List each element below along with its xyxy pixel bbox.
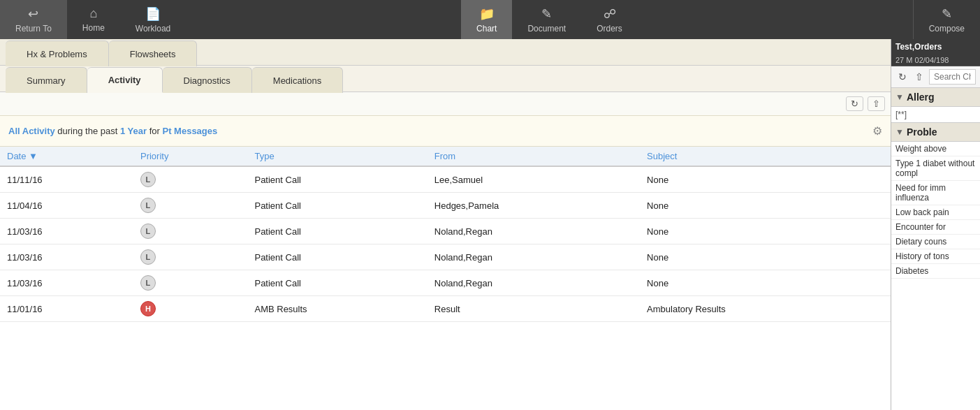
- problem-item[interactable]: Low back pain: [891, 205, 980, 220]
- tab-diagnostics[interactable]: Diagnostics: [163, 67, 252, 93]
- cell-date: 11/04/16: [0, 193, 133, 219]
- priority-badge: L: [140, 172, 156, 187]
- problem-item[interactable]: Need for imm influenza: [891, 181, 980, 205]
- col-priority[interactable]: Priority: [133, 147, 248, 166]
- col-from[interactable]: From: [427, 147, 640, 166]
- top-nav: ↩ Return To ⌂ Home 📄 Workload 📁 Chart ✎ …: [0, 0, 980, 39]
- orders-icon: ☍: [604, 6, 616, 22]
- cell-from: Noland,Regan: [427, 244, 640, 270]
- cell-type: AMB Results: [247, 296, 427, 322]
- filter-bar: All Activity during the past 1 Year for …: [0, 116, 891, 147]
- cell-subject: None: [640, 219, 891, 244]
- problem-item[interactable]: Diabetes: [891, 264, 980, 279]
- gear-icon[interactable]: ⚙: [872, 124, 882, 138]
- search-input[interactable]: [929, 69, 976, 85]
- cell-date: 11/03/16: [0, 270, 133, 296]
- tab-summary[interactable]: Summary: [6, 67, 87, 93]
- problems-list: Weight aboveType 1 diabet without complN…: [891, 142, 980, 279]
- nav-chart[interactable]: 📁 Chart: [461, 0, 512, 39]
- right-expand-icon[interactable]: ⇧: [912, 70, 926, 84]
- nav-home[interactable]: ⌂ Home: [67, 0, 120, 39]
- nav-document[interactable]: ✎ Document: [512, 0, 581, 39]
- chart-label: Chart: [476, 24, 497, 34]
- workload-icon: 📄: [145, 6, 161, 22]
- tab-flowsheets-label: Flowsheets: [130, 49, 176, 59]
- cell-priority: L: [133, 270, 248, 296]
- orders-label: Orders: [597, 24, 622, 34]
- filter-text: All Activity during the past 1 Year for …: [8, 126, 217, 136]
- cell-type: Patient Call: [247, 270, 427, 296]
- problem-item[interactable]: Type 1 diabet without compl: [891, 156, 980, 181]
- tab-activity-label: Activity: [108, 75, 141, 85]
- problem-item[interactable]: History of tons: [891, 249, 980, 264]
- col-subject[interactable]: Subject: [640, 147, 891, 166]
- chart-icon: 📁: [479, 6, 495, 22]
- problem-item[interactable]: Encounter for: [891, 220, 980, 235]
- table-row[interactable]: 11/03/16LPatient CallNoland,ReganNone: [0, 270, 891, 296]
- priority-badge: L: [140, 249, 156, 265]
- expand-button[interactable]: ⇧: [868, 96, 885, 111]
- toolbar-row: ↻ ⇧: [0, 92, 891, 116]
- table-row[interactable]: 11/01/16HAMB ResultsResultAmbulatory Res…: [0, 296, 891, 322]
- allergy-content: [**]: [891, 107, 980, 123]
- cell-type: Patient Call: [247, 244, 427, 270]
- problems-section-header[interactable]: ▼ Proble: [891, 123, 980, 142]
- tabs-row1: Hx & Problems Flowsheets: [0, 39, 891, 66]
- allergy-chevron: ▼: [895, 92, 904, 102]
- nav-return-to[interactable]: ↩ Return To: [0, 0, 67, 39]
- compose-icon: ✎: [942, 6, 952, 22]
- problem-item[interactable]: Dietary couns: [891, 235, 980, 249]
- table-row[interactable]: 11/11/16LPatient CallLee,SamuelNone: [0, 166, 891, 193]
- workload-label: Workload: [136, 24, 170, 34]
- tab-medications[interactable]: Medications: [252, 67, 343, 93]
- priority-badge: L: [140, 198, 156, 213]
- home-icon: ⌂: [89, 6, 97, 21]
- tab-hx-problems[interactable]: Hx & Problems: [6, 41, 109, 66]
- allergy-section-header[interactable]: ▼ Allerg: [891, 88, 980, 107]
- cell-from: Result: [427, 296, 640, 322]
- tab-summary-label: Summary: [27, 75, 66, 86]
- problem-item[interactable]: Weight above: [891, 142, 980, 156]
- return-to-label: Return To: [15, 24, 52, 34]
- page-wrapper: ↩ Return To ⌂ Home 📄 Workload 📁 Chart ✎ …: [0, 0, 980, 410]
- refresh-button[interactable]: ↻: [846, 96, 863, 111]
- return-to-icon: ↩: [28, 6, 38, 22]
- cell-priority: L: [133, 219, 248, 244]
- filter-for-label: for: [149, 126, 160, 136]
- cell-date: 11/11/16: [0, 166, 133, 193]
- patient-name-text: Test,Orders: [895, 42, 942, 52]
- problems-header-label: Proble: [907, 126, 937, 138]
- nav-compose[interactable]: ✎ Compose: [913, 0, 980, 39]
- cell-priority: L: [133, 166, 248, 193]
- cell-type: Patient Call: [247, 193, 427, 219]
- tab-medications-label: Medications: [273, 75, 321, 86]
- table-row[interactable]: 11/03/16LPatient CallNoland,ReganNone: [0, 219, 891, 244]
- table-row[interactable]: 11/03/16LPatient CallNoland,ReganNone: [0, 244, 891, 270]
- nav-orders[interactable]: ☍ Orders: [581, 0, 638, 39]
- nav-workload[interactable]: 📄 Workload: [120, 0, 186, 39]
- table-row[interactable]: 11/04/16LPatient CallHedges,PamelaNone: [0, 193, 891, 219]
- patient-name: Test,Orders: [891, 39, 980, 54]
- allergy-value: [**]: [895, 110, 907, 119]
- cell-subject: None: [640, 166, 891, 193]
- document-icon: ✎: [541, 6, 552, 22]
- priority-badge: H: [140, 301, 156, 316]
- home-label: Home: [82, 23, 105, 33]
- filter-during-label: during the past: [57, 126, 117, 136]
- cell-type: Patient Call: [247, 219, 427, 244]
- right-panel-toolbar: ↻ ⇧: [891, 66, 980, 88]
- cell-subject: None: [640, 193, 891, 219]
- problems-chevron: ▼: [895, 127, 904, 137]
- cell-date: 11/03/16: [0, 219, 133, 244]
- tabs-row2: Summary Activity Diagnostics Medications: [0, 66, 891, 92]
- activity-table-container: Date ▼ Priority Type From Subject 11/11/…: [0, 147, 891, 322]
- allergy-header-label: Allerg: [907, 91, 935, 103]
- patient-info: 27 M 02/04/198: [891, 54, 980, 66]
- cell-from: Hedges,Pamela: [427, 193, 640, 219]
- tab-flowsheets[interactable]: Flowsheets: [109, 41, 198, 66]
- col-type[interactable]: Type: [247, 147, 427, 166]
- col-date[interactable]: Date ▼: [0, 147, 133, 166]
- cell-subject: Ambulatory Results: [640, 296, 891, 322]
- right-refresh-icon[interactable]: ↻: [895, 70, 909, 84]
- tab-activity[interactable]: Activity: [87, 67, 163, 93]
